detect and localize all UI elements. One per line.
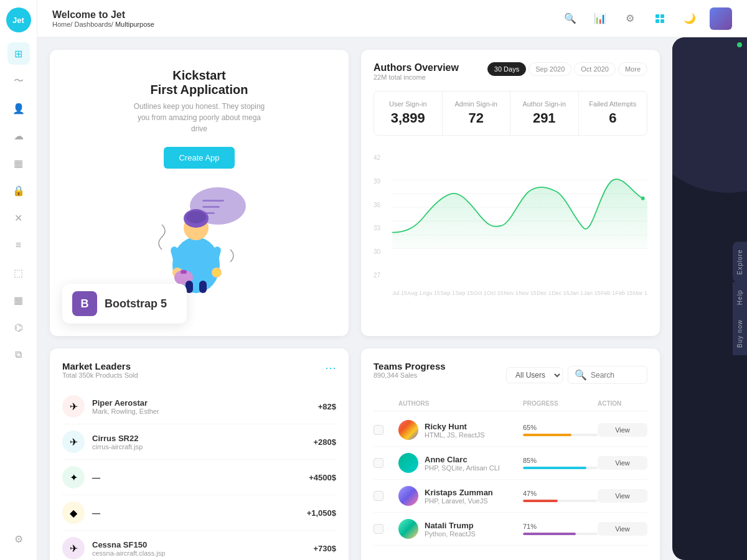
team-avatar [398, 420, 418, 440]
stat-user-signin: User Sign-in 3,899 [374, 91, 443, 135]
illustration [143, 181, 255, 293]
team-avatar [398, 486, 418, 506]
buy-now-label[interactable]: Buy now [733, 312, 747, 355]
view-button[interactable]: View [598, 423, 647, 437]
bootstrap-text: Bootstrap 5 [105, 297, 167, 310]
progress-bar [523, 467, 598, 469]
authors-card: Authors Overview 22M total income 30 Day… [361, 50, 660, 336]
progress-bar [523, 434, 598, 436]
settings-icon[interactable]: ⚙ [620, 9, 640, 29]
teams-filter: All Users 🔍 [506, 366, 647, 384]
dark-panel: Explore Help Buy now [672, 37, 747, 560]
progress-wrapper: 47% [523, 490, 598, 502]
sidebar-item-inbox[interactable]: ⬚ [7, 261, 30, 284]
market-leaders-more[interactable]: ⋯ [325, 361, 336, 375]
market-icon-item4: ◆ [62, 502, 85, 524]
teams-header-row: Teams Progress 890,344 Sales All Users 🔍 [374, 361, 647, 389]
analytics-icon[interactable]: 📊 [590, 9, 610, 29]
kickstart-title: Kickstart First Application [150, 68, 248, 97]
avatar[interactable] [710, 7, 732, 30]
filter-30days[interactable]: 30 Days [487, 62, 526, 76]
authors-card-header: Authors Overview 22M total income 30 Day… [374, 62, 647, 81]
sidebar-item-settings[interactable]: ⚙ [7, 528, 30, 550]
sidebar-item-chart[interactable]: ▦ [7, 152, 30, 174]
team-checkbox[interactable] [374, 524, 383, 534]
sidebar-item-lock[interactable]: 🔒 [7, 179, 30, 202]
chart-container: 423936333027 [374, 148, 647, 285]
progress-fill [523, 434, 571, 436]
market-item: ✦ — +4500$ [62, 460, 336, 495]
progress-wrapper: 85% [523, 457, 598, 469]
users-filter-select[interactable]: All Users [506, 367, 563, 383]
progress-wrapper: 65% [523, 424, 598, 436]
team-row: Natali Trump Python, ReactJS 71% View [374, 513, 647, 546]
view-button[interactable]: View [598, 522, 647, 536]
teams-search[interactable]: 🔍 [568, 366, 647, 384]
team-checkbox[interactable] [374, 425, 383, 435]
filter-oct2020[interactable]: Oct 2020 [574, 62, 616, 76]
sidebar-item-puzzle[interactable]: ⌬ [7, 316, 30, 338]
market-icon-cirrus: ✈ [62, 431, 85, 453]
chart-y-labels: 423936333027 [374, 148, 380, 285]
header-title: Welcome to Jet Home/ Dashboards/ Multipu… [52, 9, 560, 28]
stats-row: User Sign-in 3,899 Admin Sign-in 72 Auth… [374, 91, 647, 136]
teams-subtitle: 890,344 Sales [374, 371, 446, 379]
svg-rect-18 [199, 281, 207, 293]
grid-view-icon[interactable] [650, 9, 670, 29]
filter-sep2020[interactable]: Sep 2020 [529, 62, 571, 76]
progress-fill [523, 500, 558, 502]
breadcrumb: Home/ Dashboards/ Multipurpose [52, 21, 560, 28]
progress-fill [523, 467, 586, 469]
filter-more[interactable]: More [618, 62, 647, 76]
market-item: ✈ Piper Aerostar Mark, Rowling, Esther +… [62, 389, 336, 424]
market-leaders-subtitle: Total 350k Products Sold [62, 371, 138, 379]
side-labels: Explore Help Buy now [733, 242, 747, 356]
team-row: Ricky Hunt HTML, JS, ReactJS 65% View [374, 414, 647, 447]
sidebar-item-layers[interactable]: ⧉ [7, 343, 30, 366]
authors-card-title: Authors Overview 22M total income [374, 62, 459, 81]
kickstart-card: Kickstart First Application Outlines kee… [50, 50, 349, 336]
teams-title: Teams Progress [374, 361, 446, 371]
progress-fill [523, 533, 576, 535]
stat-failed-attempts: Failed Attempts 6 [579, 91, 647, 135]
search-input[interactable] [591, 371, 641, 380]
market-item: ◆ — +1,050$ [62, 495, 336, 531]
view-button[interactable]: View [598, 456, 647, 470]
header-actions: 🔍 📊 ⚙ 🌙 [560, 7, 732, 30]
svg-point-25 [641, 197, 645, 200]
sidebar-item-wave[interactable]: 〜 [7, 70, 30, 92]
team-avatar [398, 453, 418, 473]
progress-bar [523, 533, 598, 535]
svg-point-9 [186, 211, 206, 223]
teams-table-header: AUTHORS PROGRESS ACTION [374, 396, 647, 411]
moon-icon[interactable]: 🌙 [680, 9, 700, 29]
sidebar-item-list[interactable]: ≡ [7, 234, 30, 256]
main-container: Welcome to Jet Home/ Dashboards/ Multipu… [37, 0, 747, 560]
content-main: Kickstart First Application Outlines kee… [37, 37, 672, 560]
sidebar-item-calendar[interactable]: ▦ [7, 289, 30, 311]
header: Welcome to Jet Home/ Dashboards/ Multipu… [37, 0, 747, 37]
explore-label[interactable]: Explore [733, 242, 747, 282]
kickstart-desc: Outlines keep you honest. They stoping y… [131, 101, 268, 134]
view-button[interactable]: View [598, 489, 647, 503]
help-label[interactable]: Help [733, 282, 747, 312]
svg-point-14 [213, 269, 220, 276]
online-dot [737, 42, 742, 47]
create-app-button[interactable]: Create App [164, 147, 234, 169]
sidebar-item-user[interactable]: 👤 [7, 97, 30, 119]
market-leaders-card: Market Leaders Total 350k Products Sold … [50, 348, 349, 560]
sidebar-item-cloud[interactable]: ☁ [7, 124, 30, 147]
search-icon[interactable]: 🔍 [560, 9, 580, 29]
sidebar: Jet ⊞ 〜 👤 ☁ ▦ 🔒 ✕ ≡ ⬚ ▦ ⌬ ⧉ ⚙ [0, 0, 37, 560]
app-logo[interactable]: Jet [6, 7, 31, 32]
svg-rect-16 [181, 270, 187, 274]
sidebar-item-close[interactable]: ✕ [7, 207, 30, 229]
team-row: Anne Clarc PHP, SQLite, Artisan CLI 85% … [374, 447, 647, 480]
market-item: ✈ Cessna SF150 cessna-aircraft.class.jsp… [62, 531, 336, 560]
sidebar-item-grid[interactable]: ⊞ [7, 42, 30, 65]
team-checkbox[interactable] [374, 458, 383, 468]
progress-wrapper: 71% [523, 523, 598, 535]
bootstrap-logo: B [72, 291, 97, 316]
team-row: Kristaps Zumman PHP, Laravel, VueJS 47% … [374, 480, 647, 513]
team-checkbox[interactable] [374, 491, 383, 501]
